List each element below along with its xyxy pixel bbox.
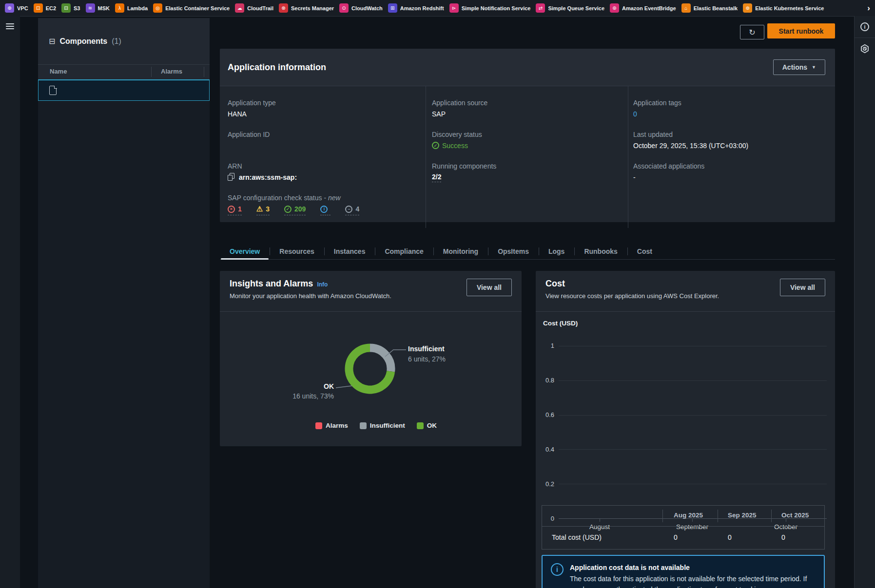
- service-sqs[interactable]: ⇄ Simple Queue Service: [536, 3, 604, 13]
- gridline: [559, 415, 827, 416]
- service-lambda[interactable]: λ Lambda: [115, 3, 148, 13]
- table-row: Total cost (USD) 0 0 0: [542, 527, 824, 550]
- service-icon: ⊟: [61, 3, 71, 13]
- field-associated-applications: Associated applications -: [633, 162, 835, 181]
- service-label: Elastic Container Service: [165, 5, 230, 11]
- service-eks[interactable]: ⊚ Elastic Kubernetes Service: [743, 3, 824, 13]
- service-beanstalk[interactable]: ⌂ Elastic Beanstalk: [681, 3, 738, 13]
- check-warning-badge[interactable]: ⚠ 3: [256, 205, 270, 215]
- field-sap-config-check: SAP configuration check status - new × 1…: [228, 194, 426, 215]
- refresh-button[interactable]: ↻: [740, 25, 764, 39]
- legend-alarms[interactable]: Alarms: [315, 422, 348, 429]
- service-icon: ⊗: [279, 3, 288, 13]
- panel-title: Cost: [545, 279, 565, 289]
- service-cloudtrail[interactable]: ☁ CloudTrail: [235, 3, 273, 13]
- tab-overview[interactable]: Overview: [220, 244, 270, 259]
- help-panel-button[interactable]: i: [855, 16, 875, 38]
- left-nav-rail: [0, 16, 20, 588]
- service-cloudwatch[interactable]: ⊙ CloudWatch: [339, 3, 383, 13]
- service-s3[interactable]: ⊟ S3: [61, 3, 80, 13]
- favorites-bar: ⊕ VPC ⊡ EC2 ⊟ S3 ≋ MSK λ Lambda ◎ Elasti…: [0, 3, 875, 13]
- service-msk[interactable]: ≋ MSK: [86, 3, 110, 13]
- legend-ok[interactable]: OK: [417, 422, 437, 429]
- service-redshift[interactable]: ⊞ Amazon Redshift: [388, 3, 444, 13]
- collapse-panel-icon[interactable]: ⊟: [49, 38, 55, 45]
- service-vpc[interactable]: ⊕ VPC: [5, 3, 28, 13]
- start-runbook-button[interactable]: Start runbook: [767, 23, 835, 38]
- service-ecs[interactable]: ◎ Elastic Container Service: [153, 3, 230, 13]
- status-icon: ✓: [284, 206, 292, 213]
- status-icon: –: [345, 206, 352, 213]
- divider: [536, 311, 835, 312]
- service-icon: ⊛: [610, 3, 619, 13]
- service-icon: ⊚: [743, 3, 752, 13]
- column-divider: [662, 510, 663, 522]
- actions-button[interactable]: Actions ▼: [773, 59, 825, 75]
- service-label: VPC: [17, 5, 28, 11]
- hamburger-menu-icon[interactable]: [6, 23, 14, 29]
- cell-aug-value: 0: [674, 533, 678, 541]
- legend-insufficient[interactable]: Insufficient: [360, 422, 405, 429]
- info-link[interactable]: Info: [317, 281, 328, 288]
- field-arn: ARN arn:aws:ssm-sap:: [228, 162, 426, 181]
- column-divider: [204, 67, 204, 77]
- tags-count-link[interactable]: 0: [633, 110, 637, 118]
- top-services-bar: ⊕ VPC ⊡ EC2 ⊟ S3 ≋ MSK λ Lambda ◎ Elasti…: [0, 0, 875, 17]
- service-label: CloudWatch: [351, 5, 383, 11]
- service-label: Simple Notification Service: [462, 5, 531, 11]
- info-circle-icon: i: [551, 563, 564, 576]
- info-icon: i: [860, 22, 869, 31]
- column-divider: [771, 510, 772, 522]
- service-label: MSK: [98, 5, 110, 11]
- running-components-value[interactable]: 2/2: [432, 173, 441, 182]
- service-secrets-manager[interactable]: ⊗ Secrets Manager: [279, 3, 334, 13]
- service-label: EC2: [46, 5, 56, 11]
- service-label: Elastic Beanstalk: [694, 5, 738, 11]
- tab-opsitems[interactable]: OpsItems: [488, 244, 539, 259]
- refresh-icon: ↻: [749, 28, 755, 37]
- service-ec2[interactable]: ⊡ EC2: [34, 3, 56, 13]
- topbar-overflow-chevron-icon[interactable]: ›: [862, 0, 875, 16]
- tab-runbooks[interactable]: Runbooks: [574, 244, 627, 259]
- y-tick-label: 0.8: [536, 377, 554, 384]
- service-icon: ☁: [235, 3, 244, 13]
- cost-view-all-button[interactable]: View all: [780, 279, 825, 296]
- service-label: Simple Queue Service: [548, 5, 604, 11]
- field-discovery-status: Discovery status ✓ Success: [432, 131, 628, 150]
- tab-logs[interactable]: Logs: [539, 244, 574, 259]
- status-icon: i: [320, 206, 328, 213]
- cell-oct-value: 0: [781, 533, 785, 541]
- callout-insufficient-value: 6 units, 27%: [408, 355, 446, 363]
- service-label: Amazon EventBridge: [622, 5, 676, 11]
- service-sns[interactable]: ⊳ Simple Notification Service: [449, 3, 531, 13]
- insights-view-all-button[interactable]: View all: [467, 279, 512, 296]
- tab-monitoring[interactable]: Monitoring: [433, 244, 488, 259]
- check-success-badge[interactable]: ✓ 209: [284, 205, 306, 215]
- tab-instances[interactable]: Instances: [324, 244, 375, 259]
- copy-icon[interactable]: [228, 173, 235, 181]
- panel-title: Insights and Alarms: [230, 279, 313, 289]
- systems-manager-panel-button[interactable]: [855, 38, 875, 59]
- check-neutral-badge[interactable]: – 4: [345, 205, 359, 215]
- component-row-selected[interactable]: [38, 79, 210, 101]
- check-error-badge[interactable]: × 1: [228, 205, 242, 215]
- field-application-source: Application source SAP: [432, 99, 628, 118]
- service-label: Secrets Manager: [291, 5, 334, 11]
- components-count: (1): [112, 37, 121, 46]
- column-header-sep: Sep 2025: [728, 512, 757, 519]
- check-info-badge[interactable]: i: [320, 205, 331, 215]
- field-application-type: Application type HANA: [228, 99, 426, 118]
- service-icon: ⇄: [536, 3, 545, 13]
- tab-compliance[interactable]: Compliance: [375, 244, 433, 259]
- tab-cost[interactable]: Cost: [627, 244, 662, 259]
- application-information-panel: Application information Actions ▼ Applic…: [220, 49, 835, 222]
- right-toolbar: i: [854, 16, 875, 588]
- service-label: Lambda: [127, 5, 148, 11]
- chevron-down-icon: ▼: [812, 65, 816, 70]
- components-panel: ⊟ Components (1) Name Alarms: [38, 18, 210, 588]
- tab-resources[interactable]: Resources: [270, 244, 324, 259]
- service-eventbridge[interactable]: ⊛ Amazon EventBridge: [610, 3, 676, 13]
- gridline: [559, 380, 827, 381]
- service-icon: ⊡: [34, 3, 43, 13]
- y-tick-label: 0.6: [536, 411, 554, 418]
